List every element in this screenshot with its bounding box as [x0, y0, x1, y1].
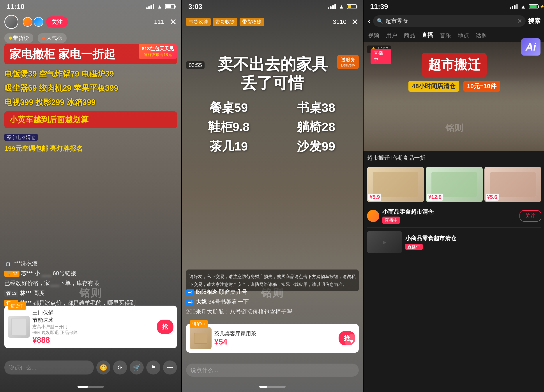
wifi-icon-1: ▲ [157, 3, 162, 10]
emoji-button-1[interactable]: 😊 [96, 361, 110, 375]
close-button-2[interactable]: ✕ [351, 17, 359, 27]
chat-msg-4: 管 13 林*** 高度 [4, 289, 177, 297]
bottom-thumb-3: ▶ [367, 231, 402, 253]
main-overlay-2: 卖不出去的家具 丢了可惜 餐桌59 书桌38 鞋柜9.8 躺椅28 茶几19 沙… [182, 55, 363, 155]
panel-search: 11:39 ▲ ⚡ ‹ 🔍 超市零食 ✕ 搜索 视频 用户 商品 [364, 0, 544, 392]
prices-grid-2: 餐桌59 书桌38 鞋柜9.8 躺椅28 茶几19 沙发99 [186, 99, 359, 155]
product-card-1: 进货中 三门保鲜 节能速冰 志高小户型三开门 968 晚发即退 正品保障 ¥88… [4, 306, 177, 348]
report-button-1[interactable]: ⚑ [146, 361, 160, 375]
product-thumb-3c[interactable]: ¥5.6 [485, 167, 541, 202]
search-button-3[interactable]: 搜索 [528, 17, 540, 25]
live-card-3[interactable]: 直播中 👍 1207 超市搬迁 48小时闭店清仓 10元=10件 铭则 [364, 42, 544, 151]
viewer-count-2: 3110 [333, 18, 346, 25]
watermark-3: 铭则 [445, 122, 463, 134]
price-item-tea-2: 茶几19 [186, 138, 271, 155]
streamer-avatar-1 [4, 15, 18, 29]
nav-tab-location-3[interactable]: 地点 [458, 30, 469, 41]
follow-button-1[interactable]: 关注 [46, 16, 68, 28]
panel-livestream-1: 11:10 ▲ 关注 111 ✕ [0, 0, 181, 392]
nav-tab-user-3[interactable]: 用户 [386, 30, 397, 41]
chat-container-2: ♦4 盼阳相逢 顾窗桌几号 ♦4 大姚 34号书架看一下 200来斤大航航：八号… [186, 288, 359, 318]
product-price-1: ¥888 [32, 335, 154, 345]
chat-input-1[interactable]: 说点什么... [4, 361, 94, 375]
chat-level-2: 🛒 12 [4, 271, 19, 277]
product-thumb-3b[interactable]: ¥12.9 [426, 167, 483, 202]
delivery-badge-2: 送服务 Delivery [337, 55, 359, 69]
live-list-3[interactable]: 直播中 👍 1207 超市搬迁 48小时闭店清仓 10元=10件 铭则 [364, 42, 544, 392]
product-thumb-2 [190, 327, 212, 349]
live-sub-text-3: 超市搬迁 临期食品一折 [364, 151, 544, 164]
ai-badge-3: Ai [521, 38, 540, 56]
co-host-avatar-2 [34, 17, 43, 27]
chat-input-2[interactable]: 说点什么... [186, 363, 359, 377]
nav-tab-topic-3[interactable]: 话题 [476, 30, 487, 41]
product-badge-1: 进货中 [8, 302, 26, 310]
battery-3: ⚡ [529, 4, 538, 9]
banner-818: 818红包天天见 邀好友最高18元 [139, 44, 177, 59]
avatar-group-1 [23, 17, 43, 27]
timer-2: 03:55 [186, 61, 205, 69]
sub-badge1-3: 48小时闭店清仓 [408, 81, 459, 92]
streamer-meta-3: 直播中 [382, 217, 434, 224]
nav-tab-music-3[interactable]: 音乐 [440, 30, 451, 41]
price-item-recliner-2: 躺椅28 [273, 118, 359, 135]
chat-level-p2-1: ♦4 [186, 289, 194, 295]
live-badge2-3: 直播中 [382, 217, 400, 224]
grab-button-1[interactable]: 抢 [157, 320, 173, 334]
rank-tab-sales-1[interactable]: 带货榜 [4, 33, 33, 43]
chat-msg-p2-2: ♦4 大姚 34号书架看一下 [186, 298, 359, 306]
product-thumb-3a[interactable]: ¥5.9 [367, 167, 424, 202]
product-thumb-1 [8, 316, 30, 338]
product-sub1-1: 志高小户型三开门 [32, 324, 154, 330]
search-input-3[interactable]: 🔍 超市零食 ✕ [373, 15, 526, 27]
product-price-3b: ¥12.9 [427, 194, 443, 201]
heart-button-2[interactable]: ♥ [345, 334, 359, 348]
highlight-text-1: 小黄车越到后面越划算 [10, 114, 172, 125]
product-name-2: 茶几桌客厅家用茶… [214, 330, 336, 337]
nav-tab-product-3[interactable]: 商品 [404, 30, 415, 41]
bottom-card-name-3: 小商品零食超市清仓 [405, 235, 456, 242]
rank-dot-1 [9, 36, 12, 40]
scroll-indicator-2 [259, 386, 286, 388]
share-button-1[interactable]: ⟳ [113, 361, 127, 375]
price-item-shoe-2: 鞋柜9.8 [186, 118, 271, 135]
more-button-1[interactable]: ••• [163, 361, 177, 375]
search-icon-3: 🔍 [377, 18, 383, 24]
chat-input-bar-1: 说点什么... 😊 ⟳ 🛒 ⚑ ••• [0, 361, 181, 375]
nav-tab-video-3[interactable]: 视频 [368, 30, 379, 41]
chat-level-1: 白 [4, 260, 12, 267]
product-info-2: 茶几桌客厅家用茶… ¥54 [214, 330, 336, 346]
chat-level-4: 管 13 [4, 290, 18, 297]
status-time-3: 11:39 [370, 3, 388, 11]
clear-icon-3[interactable]: ✕ [517, 17, 522, 25]
streamer-name-3: 小商品零食超市清仓 [382, 208, 434, 216]
status-right-2: ▲ [328, 3, 356, 10]
close-button-1[interactable]: ✕ [170, 17, 177, 27]
supermarket-overlay-3: 超市搬迁 48小时闭店清仓 10元=10件 [364, 53, 544, 93]
bottom-live-badge-3: 直播中 [405, 244, 456, 250]
battery-1 [165, 4, 175, 9]
supermarket-box-3: 超市搬迁 [422, 53, 487, 77]
chat-container-1: 白 ***洗衣液 🛒 12 芯*** 小 ___ 60号链接 已经改好价格，家_… [4, 260, 177, 309]
back-button-3[interactable]: ‹ [368, 16, 371, 26]
charging-icon-3: ⚡ [540, 4, 544, 9]
bottom-live-card-3[interactable]: ▶ 小商品零食超市清仓 直播中 [364, 228, 544, 257]
nav-tabs-3: 视频 用户 商品 直播 音乐 地点 话题 [364, 29, 544, 42]
product-sub2-1: 晚发即退 正品保障 [41, 330, 78, 335]
product-price-3a: ¥5.9 [368, 194, 381, 201]
chat-level-p2-2: ♦4 [186, 299, 194, 305]
banner-818-sub: 邀好友最高18元 [142, 52, 174, 57]
sub-badge2-3: 10元=10件 [463, 81, 500, 92]
status-right-1: ▲ [146, 3, 175, 10]
rank-tab-popular-1[interactable]: 人气榜 [38, 33, 67, 43]
nav-tab-live-3[interactable]: 直播 [422, 29, 433, 41]
cart-button-1[interactable]: 🛒 [130, 361, 144, 375]
chat-user-4: 林*** [20, 290, 31, 297]
store-info-1: 苏宁电器清仓 199元空调包邮 亮灯牌报名 [4, 131, 177, 155]
follow-button-3[interactable]: 关注 [520, 210, 541, 222]
big-text-line1-2: 卖不出去的家具 [186, 55, 359, 74]
banner-818-title: 818红包天天见 [142, 46, 174, 52]
co-host-avatar-1 [23, 17, 32, 27]
badge-sales-2c: 带货收徒 [240, 18, 264, 26]
price-item-sofa-2: 沙发99 [273, 138, 359, 155]
